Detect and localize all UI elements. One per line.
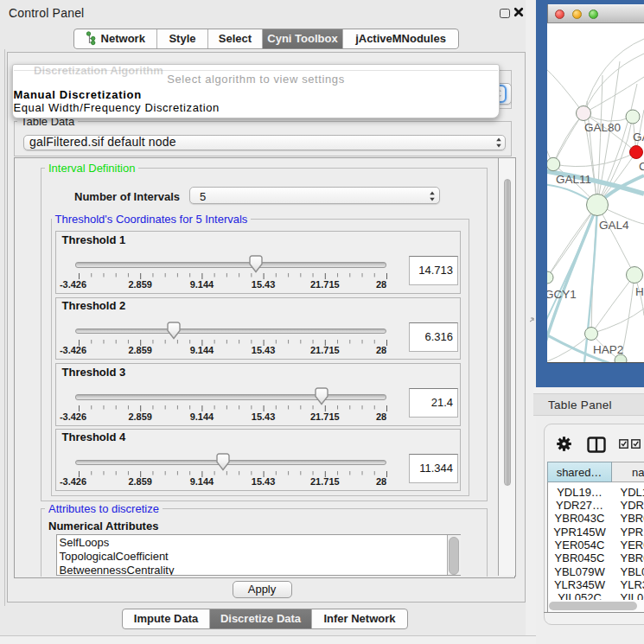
svg-text:GCY1: GCY1 (547, 288, 577, 301)
svg-text:GAL11: GAL11 (556, 173, 591, 186)
svg-text:GAL4: GAL4 (599, 219, 629, 232)
svg-text:HAP2: HAP2 (593, 343, 623, 356)
svg-text:H: H (635, 285, 644, 298)
svg-text:GAL80: GAL80 (584, 121, 621, 134)
svg-text:C: C (639, 160, 644, 173)
svg-text:GA: GA (633, 131, 644, 143)
